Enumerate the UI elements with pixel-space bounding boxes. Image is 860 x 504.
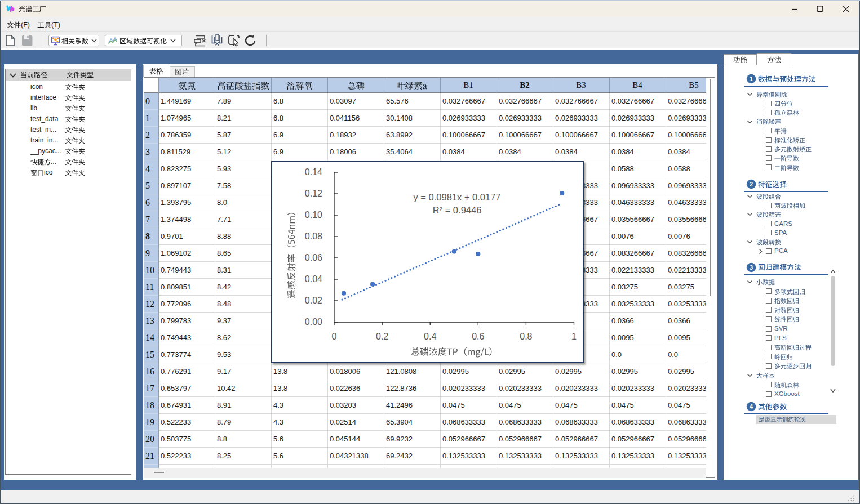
svg-text:1: 1 bbox=[750, 75, 753, 82]
svg-text:2: 2 bbox=[750, 181, 753, 188]
svg-text:4: 4 bbox=[750, 403, 753, 410]
svg-text:3: 3 bbox=[750, 264, 753, 271]
